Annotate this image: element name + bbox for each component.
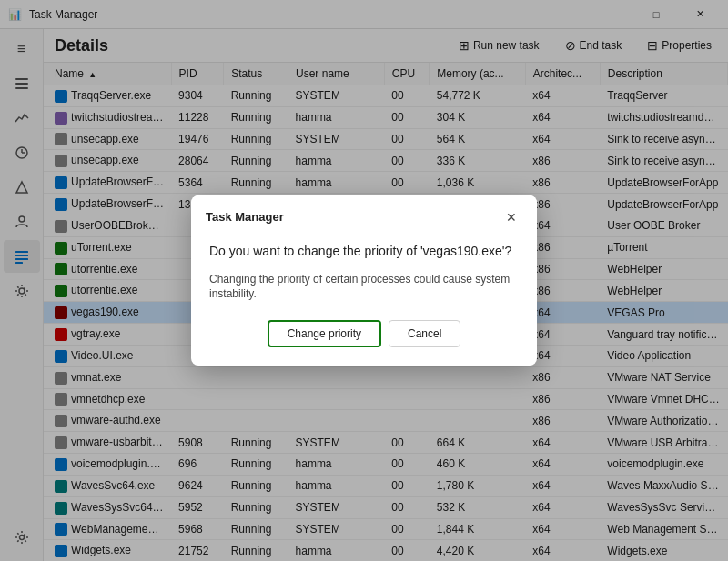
dialog-title-bar: Task Manager ✕ bbox=[191, 195, 537, 228]
change-priority-dialog: Task Manager ✕ Do you want to change the… bbox=[191, 195, 537, 366]
modal-overlay: Task Manager ✕ Do you want to change the… bbox=[0, 0, 728, 561]
dialog-buttons: Change priority Cancel bbox=[209, 320, 519, 351]
dialog-body: Do you want to change the priority of 'v… bbox=[191, 228, 537, 366]
cancel-button[interactable]: Cancel bbox=[389, 320, 460, 347]
change-priority-button[interactable]: Change priority bbox=[268, 320, 381, 347]
dialog-title: Task Manager bbox=[206, 210, 284, 224]
dialog-sub-text: Changing the priority of certain process… bbox=[209, 272, 519, 303]
dialog-close-button[interactable]: ✕ bbox=[500, 206, 522, 228]
dialog-main-text: Do you want to change the priority of 'v… bbox=[209, 243, 519, 261]
